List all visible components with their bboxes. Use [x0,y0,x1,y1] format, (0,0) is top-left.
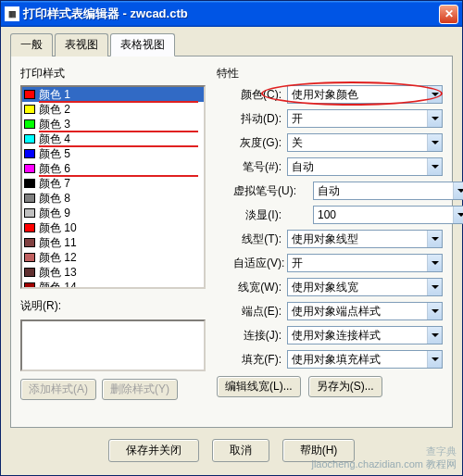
property-combo[interactable]: 开 [287,109,443,128]
list-item-label: 颜色 2 [39,102,70,118]
color-swatch [24,238,35,247]
property-value: 自动 [292,159,314,175]
color-swatch [24,194,35,203]
tab-tableview[interactable]: 表视图 [55,33,108,56]
list-item[interactable]: 颜色 11 [22,235,204,250]
property-row: 端点(E):使用对象端点样式 [217,302,443,320]
list-item[interactable]: 颜色 4 [22,132,204,146]
list-item-label: 颜色 8 [39,191,70,207]
list-item[interactable]: 颜色 2 [22,102,204,117]
list-item[interactable]: 颜色 12 [22,250,204,265]
app-icon: ▦ [5,6,19,21]
property-combo[interactable]: 使用对象连接样式 [287,326,443,344]
list-item[interactable]: 颜色 10 [22,220,204,235]
window-title: 打印样式表编辑器 - zwcad.ctb [23,6,439,22]
chevron-down-icon[interactable] [427,134,442,151]
chevron-down-icon[interactable] [427,351,442,368]
list-item-label: 颜色 4 [39,132,70,147]
list-item[interactable]: 颜色 1 [22,87,204,102]
property-label: 连接(J): [217,328,287,344]
property-value: 开 [292,256,303,271]
list-item[interactable]: 颜色 9 [22,206,204,220]
help-button[interactable]: 帮助(H) [282,439,356,462]
close-button[interactable]: ✕ [439,5,458,24]
chevron-down-icon[interactable] [427,158,442,175]
right-buttons-row: 编辑线宽(L)... 另存为(S)... [217,376,443,397]
property-combo[interactable]: 100 [313,206,463,224]
property-combo[interactable]: 使用对象端点样式 [287,302,443,320]
add-style-button[interactable]: 添加样式(A) [20,379,96,400]
property-label: 颜色(C): [217,87,287,103]
property-label: 灰度(G): [217,135,287,151]
list-item-label: 颜色 10 [39,220,77,236]
property-field: 使用对象颜色 [287,85,443,104]
left-pane: 打印样式 颜色 1颜色 2颜色 3颜色 4颜色 5颜色 6颜色 7颜色 8颜色 … [20,66,206,418]
property-row: 灰度(G):关 [217,133,443,152]
list-item[interactable]: 颜色 6 [22,161,204,176]
description-input[interactable] [20,319,206,371]
property-combo[interactable]: 使用对象线型 [287,230,443,248]
property-combo[interactable]: 开 [287,254,443,272]
property-row: 线宽(W):使用对象线宽 [217,278,443,296]
chevron-down-icon[interactable] [427,327,442,344]
property-row: 线型(T):使用对象线型 [217,230,443,248]
client-area: 一般 表视图 表格视图 打印样式 颜色 1颜色 2颜色 3颜色 4颜色 5颜色 … [1,27,462,475]
property-row: 连接(J):使用对象连接样式 [217,326,443,344]
list-item[interactable]: 颜色 8 [22,191,204,206]
cancel-button[interactable]: 取消 [212,439,269,462]
save-as-button[interactable]: 另存为(S)... [308,376,382,397]
property-value: 使用对象连接样式 [292,328,381,344]
property-combo[interactable]: 使用对象线宽 [287,278,443,296]
list-item[interactable]: 颜色 7 [22,176,204,191]
property-field: 100 [287,206,443,224]
property-combo[interactable]: 关 [287,133,443,152]
tab-general[interactable]: 一般 [10,33,53,56]
chevron-down-icon[interactable] [427,255,442,271]
property-row: 颜色(C):使用对象颜色 [217,85,443,104]
property-label: 线宽(W): [217,280,287,295]
list-item-label: 颜色 7 [39,176,70,192]
property-row: 抖动(D):开 [217,109,443,128]
tab-panel: 打印样式 颜色 1颜色 2颜色 3颜色 4颜色 5颜色 6颜色 7颜色 8颜色 … [10,56,453,428]
chevron-down-icon[interactable] [427,86,442,103]
chevron-down-icon[interactable] [453,182,463,199]
print-styles-list[interactable]: 颜色 1颜色 2颜色 3颜色 4颜色 5颜色 6颜色 7颜色 8颜色 9颜色 1… [20,85,206,289]
property-label: 淡显(I): [217,207,287,223]
save-close-button[interactable]: 保存并关闭 [108,439,199,462]
property-value: 使用对象填充样式 [292,352,381,368]
property-field: 自动 [287,182,443,200]
chevron-down-icon[interactable] [427,110,442,127]
edit-lineweights-button[interactable]: 编辑线宽(L)... [217,376,301,397]
chevron-down-icon[interactable] [453,207,463,223]
property-row: 虚拟笔号(U):自动 [217,182,443,200]
color-swatch [24,282,35,289]
dialog-window: ▦ 打印样式表编辑器 - zwcad.ctb ✕ 一般 表视图 表格视图 打印样… [0,0,463,476]
list-item[interactable]: 颜色 13 [22,265,204,280]
list-item[interactable]: 颜色 14 [22,280,204,289]
chevron-down-icon[interactable] [427,303,442,319]
property-combo[interactable]: 使用对象填充样式 [287,350,443,369]
list-item-label: 颜色 14 [39,280,77,290]
property-field: 使用对象填充样式 [287,350,443,369]
list-item-label: 颜色 9 [39,206,70,221]
tab-formview[interactable]: 表格视图 [110,33,175,56]
tab-strip: 一般 表视图 表格视图 [10,32,453,56]
titlebar: ▦ 打印样式表编辑器 - zwcad.ctb ✕ [1,1,462,27]
property-row: 填充(F):使用对象填充样式 [217,350,443,369]
property-row: 笔号(#):自动 [217,157,443,176]
chevron-down-icon[interactable] [427,231,442,247]
chevron-down-icon[interactable] [427,279,442,295]
property-field: 开 [287,109,443,128]
style-buttons-row: 添加样式(A) 删除样式(Y) [20,379,206,400]
property-label: 笔号(#): [217,159,287,175]
delete-style-button[interactable]: 删除样式(Y) [102,379,178,400]
property-combo[interactable]: 自动 [287,157,443,176]
list-item[interactable]: 颜色 3 [22,117,204,132]
property-row: 自适应(V):开 [217,254,443,272]
property-row: 淡显(I):100 [217,206,443,224]
color-swatch [24,90,35,99]
property-combo[interactable]: 使用对象颜色 [287,85,443,104]
property-label: 填充(F): [217,352,287,368]
property-combo[interactable]: 自动 [313,182,463,200]
list-item[interactable]: 颜色 5 [22,146,204,161]
